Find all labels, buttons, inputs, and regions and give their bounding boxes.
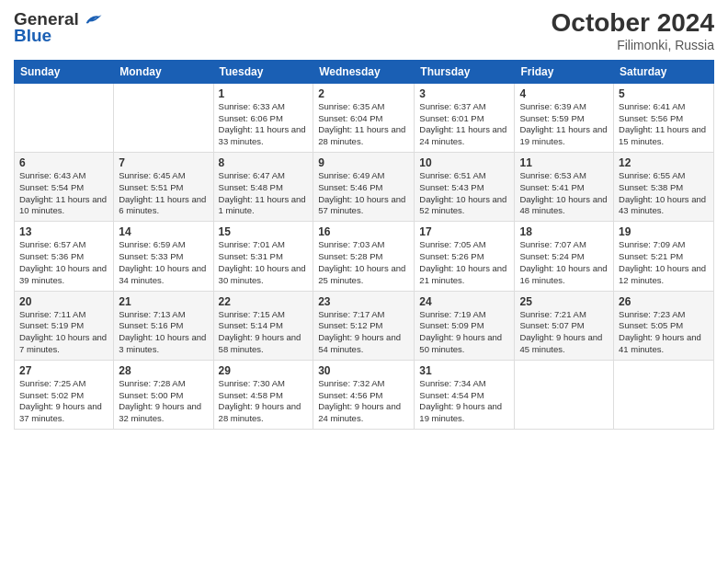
day-number: 20 bbox=[19, 295, 108, 308]
cell-info: Sunrise: 7:15 AMSunset: 5:14 PMDaylight:… bbox=[219, 309, 309, 356]
calendar-cell bbox=[114, 83, 213, 152]
title-section: October 2024 Filimonki, Russia bbox=[552, 9, 714, 52]
calendar-cell: 2Sunrise: 6:35 AMSunset: 6:04 PMDaylight… bbox=[313, 83, 415, 152]
cell-info: Sunrise: 7:05 AMSunset: 5:26 PMDaylight:… bbox=[419, 239, 509, 286]
day-number: 22 bbox=[219, 295, 309, 308]
calendar-cell: 13Sunrise: 6:57 AMSunset: 5:36 PMDayligh… bbox=[15, 222, 114, 291]
day-header-thursday: Thursday bbox=[415, 60, 515, 83]
cell-info: Sunrise: 7:11 AMSunset: 5:19 PMDaylight:… bbox=[19, 309, 108, 356]
cell-info: Sunrise: 7:23 AMSunset: 5:05 PMDaylight:… bbox=[619, 309, 709, 356]
calendar-cell: 17Sunrise: 7:05 AMSunset: 5:26 PMDayligh… bbox=[415, 222, 515, 291]
cell-info: Sunrise: 6:51 AMSunset: 5:43 PMDaylight:… bbox=[419, 170, 509, 217]
calendar-cell: 26Sunrise: 7:23 AMSunset: 5:05 PMDayligh… bbox=[614, 291, 714, 360]
day-number: 17 bbox=[419, 225, 509, 238]
cell-info: Sunrise: 6:39 AMSunset: 5:59 PMDaylight:… bbox=[519, 101, 609, 148]
day-number: 21 bbox=[119, 295, 208, 308]
day-number: 28 bbox=[119, 364, 208, 377]
calendar-cell: 30Sunrise: 7:32 AMSunset: 4:56 PMDayligh… bbox=[313, 360, 415, 429]
calendar-cell: 18Sunrise: 7:07 AMSunset: 5:24 PMDayligh… bbox=[515, 222, 614, 291]
cell-info: Sunrise: 6:59 AMSunset: 5:33 PMDaylight:… bbox=[119, 239, 208, 286]
day-number: 18 bbox=[519, 225, 609, 238]
cell-info: Sunrise: 7:03 AMSunset: 5:28 PMDaylight:… bbox=[318, 239, 409, 286]
calendar-cell: 6Sunrise: 6:43 AMSunset: 5:54 PMDaylight… bbox=[15, 153, 114, 222]
day-number: 29 bbox=[219, 364, 309, 377]
calendar-cell bbox=[614, 360, 714, 429]
day-number: 10 bbox=[419, 156, 509, 169]
cell-info: Sunrise: 7:13 AMSunset: 5:16 PMDaylight:… bbox=[119, 309, 208, 356]
cell-info: Sunrise: 7:21 AMSunset: 5:07 PMDaylight:… bbox=[519, 309, 609, 356]
day-header-wednesday: Wednesday bbox=[313, 60, 415, 83]
calendar-cell: 7Sunrise: 6:45 AMSunset: 5:51 PMDaylight… bbox=[114, 153, 213, 222]
cell-info: Sunrise: 6:43 AMSunset: 5:54 PMDaylight:… bbox=[19, 170, 108, 217]
week-row-4: 20Sunrise: 7:11 AMSunset: 5:19 PMDayligh… bbox=[15, 291, 714, 360]
cell-info: Sunrise: 6:53 AMSunset: 5:41 PMDaylight:… bbox=[519, 170, 609, 217]
calendar-cell: 3Sunrise: 6:37 AMSunset: 6:01 PMDaylight… bbox=[415, 83, 515, 152]
calendar-cell: 11Sunrise: 6:53 AMSunset: 5:41 PMDayligh… bbox=[515, 153, 614, 222]
calendar-cell: 16Sunrise: 7:03 AMSunset: 5:28 PMDayligh… bbox=[313, 222, 415, 291]
header: General Blue October 2024 Filimonki, Rus… bbox=[14, 9, 714, 52]
day-number: 9 bbox=[318, 156, 409, 169]
day-number: 11 bbox=[519, 156, 609, 169]
day-number: 15 bbox=[219, 225, 309, 238]
cell-info: Sunrise: 6:37 AMSunset: 6:01 PMDaylight:… bbox=[419, 101, 509, 148]
calendar-cell: 1Sunrise: 6:33 AMSunset: 6:06 PMDaylight… bbox=[213, 83, 313, 152]
day-number: 31 bbox=[419, 364, 509, 377]
day-header-saturday: Saturday bbox=[614, 60, 714, 83]
week-row-3: 13Sunrise: 6:57 AMSunset: 5:36 PMDayligh… bbox=[15, 222, 714, 291]
day-number: 12 bbox=[619, 156, 709, 169]
cell-info: Sunrise: 7:17 AMSunset: 5:12 PMDaylight:… bbox=[318, 309, 409, 356]
calendar-cell: 21Sunrise: 7:13 AMSunset: 5:16 PMDayligh… bbox=[114, 291, 213, 360]
day-number: 24 bbox=[419, 295, 509, 308]
calendar-cell bbox=[515, 360, 614, 429]
cell-info: Sunrise: 7:32 AMSunset: 4:56 PMDaylight:… bbox=[318, 378, 409, 425]
calendar-cell: 20Sunrise: 7:11 AMSunset: 5:19 PMDayligh… bbox=[15, 291, 114, 360]
day-number: 1 bbox=[219, 87, 309, 100]
cell-info: Sunrise: 6:55 AMSunset: 5:38 PMDaylight:… bbox=[619, 170, 709, 217]
day-number: 26 bbox=[619, 295, 709, 308]
cell-info: Sunrise: 6:41 AMSunset: 5:56 PMDaylight:… bbox=[619, 101, 709, 148]
month-title: October 2024 bbox=[552, 9, 714, 38]
cell-info: Sunrise: 6:33 AMSunset: 6:06 PMDaylight:… bbox=[219, 101, 309, 148]
calendar-table: SundayMondayTuesdayWednesdayThursdayFrid… bbox=[14, 60, 714, 430]
day-number: 16 bbox=[318, 225, 409, 238]
day-number: 5 bbox=[619, 87, 709, 100]
calendar-cell: 27Sunrise: 7:25 AMSunset: 5:02 PMDayligh… bbox=[15, 360, 114, 429]
calendar-cell: 23Sunrise: 7:17 AMSunset: 5:12 PMDayligh… bbox=[313, 291, 415, 360]
cell-info: Sunrise: 6:35 AMSunset: 6:04 PMDaylight:… bbox=[318, 101, 409, 148]
cell-info: Sunrise: 6:47 AMSunset: 5:48 PMDaylight:… bbox=[219, 170, 309, 217]
calendar-container: General Blue October 2024 Filimonki, Rus… bbox=[0, 0, 728, 563]
calendar-cell: 29Sunrise: 7:30 AMSunset: 4:58 PMDayligh… bbox=[213, 360, 313, 429]
calendar-cell: 10Sunrise: 6:51 AMSunset: 5:43 PMDayligh… bbox=[415, 153, 515, 222]
day-header-sunday: Sunday bbox=[15, 60, 114, 83]
calendar-cell: 12Sunrise: 6:55 AMSunset: 5:38 PMDayligh… bbox=[614, 153, 714, 222]
day-number: 8 bbox=[219, 156, 309, 169]
calendar-cell: 15Sunrise: 7:01 AMSunset: 5:31 PMDayligh… bbox=[213, 222, 313, 291]
cell-info: Sunrise: 7:01 AMSunset: 5:31 PMDaylight:… bbox=[219, 239, 309, 286]
day-number: 14 bbox=[119, 225, 208, 238]
day-number: 27 bbox=[19, 364, 108, 377]
day-number: 23 bbox=[318, 295, 409, 308]
day-number: 3 bbox=[419, 87, 509, 100]
calendar-cell: 19Sunrise: 7:09 AMSunset: 5:21 PMDayligh… bbox=[614, 222, 714, 291]
cell-info: Sunrise: 7:34 AMSunset: 4:54 PMDaylight:… bbox=[419, 378, 509, 425]
day-number: 13 bbox=[19, 225, 108, 238]
calendar-cell: 28Sunrise: 7:28 AMSunset: 5:00 PMDayligh… bbox=[114, 360, 213, 429]
day-header-friday: Friday bbox=[515, 60, 614, 83]
day-number: 19 bbox=[619, 225, 709, 238]
day-header-row: SundayMondayTuesdayWednesdayThursdayFrid… bbox=[15, 60, 714, 83]
cell-info: Sunrise: 6:57 AMSunset: 5:36 PMDaylight:… bbox=[19, 239, 108, 286]
cell-info: Sunrise: 7:09 AMSunset: 5:21 PMDaylight:… bbox=[619, 239, 709, 286]
cell-info: Sunrise: 7:07 AMSunset: 5:24 PMDaylight:… bbox=[519, 239, 609, 286]
calendar-cell: 8Sunrise: 6:47 AMSunset: 5:48 PMDaylight… bbox=[213, 153, 313, 222]
calendar-cell bbox=[15, 83, 114, 152]
cell-info: Sunrise: 7:28 AMSunset: 5:00 PMDaylight:… bbox=[119, 378, 208, 425]
cell-info: Sunrise: 7:30 AMSunset: 4:58 PMDaylight:… bbox=[219, 378, 309, 425]
cell-info: Sunrise: 6:49 AMSunset: 5:46 PMDaylight:… bbox=[318, 170, 409, 217]
cell-info: Sunrise: 7:25 AMSunset: 5:02 PMDaylight:… bbox=[19, 378, 108, 425]
day-number: 25 bbox=[519, 295, 609, 308]
day-number: 4 bbox=[519, 87, 609, 100]
logo: General Blue bbox=[14, 9, 103, 46]
day-header-tuesday: Tuesday bbox=[213, 60, 313, 83]
calendar-cell: 9Sunrise: 6:49 AMSunset: 5:46 PMDaylight… bbox=[313, 153, 415, 222]
calendar-cell: 24Sunrise: 7:19 AMSunset: 5:09 PMDayligh… bbox=[415, 291, 515, 360]
